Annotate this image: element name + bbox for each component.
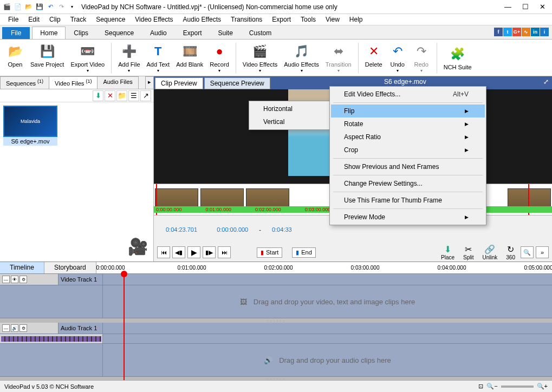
clip-thumbnail[interactable]: Malavida S6 edge+.mov [3,106,57,146]
edit-video-effects-item[interactable]: Edit Video Effects...Alt+V [331,88,485,101]
video-track-label[interactable]: Video Track 1 [59,274,103,285]
menu-transitions[interactable]: Transitions [226,15,267,24]
save-icon[interactable]: 💾 [35,2,44,12]
menu-export[interactable]: Export [267,15,296,24]
facebook-icon[interactable]: f [494,28,503,36]
step-fwd-button[interactable]: ▮▶ [203,246,216,258]
split-button[interactable]: ✂Split [460,243,477,262]
open-icon[interactable]: 📂 [24,2,34,12]
redo-button[interactable]: ↷Redo▾ [410,42,433,74]
add-file-button[interactable]: ➕Add File▾ [115,42,143,74]
undo-button[interactable]: ↶Undo▾ [386,42,410,74]
track-lock-icon[interactable]: — [2,276,10,283]
set-end-button[interactable]: ▮End [292,247,316,258]
track-fx-icon[interactable]: ⚙ [20,276,27,283]
ribbon-tab-clips[interactable]: Clips [66,27,96,39]
bin-add-icon[interactable]: ⬇ [93,90,103,101]
zoom-in-icon[interactable]: 🔍 [521,246,534,258]
twitter-icon[interactable]: t [503,28,512,36]
step-back-button[interactable]: ◀▮ [172,246,185,258]
timeline-tab[interactable]: Timeline [0,262,44,273]
ribbon-tab-home[interactable]: Home [32,27,66,39]
ribbon-tab-export[interactable]: Export [175,27,210,39]
flip-item[interactable]: Flip▶ [331,104,485,117]
storyboard-tab[interactable]: Storyboard [44,262,96,273]
aspect-ratio-item[interactable]: Aspect Ratio▶ [331,130,485,143]
bin-tabs-scroll[interactable]: ▸ [145,76,154,89]
zoom-slider[interactable] [501,386,534,388]
goto-start-button[interactable]: ⏮ [157,246,170,258]
more-button[interactable]: » [536,246,549,258]
flip-horizontal-item[interactable]: Horizontal [250,102,328,115]
ribbon-tab-suite[interactable]: Suite [210,27,241,39]
preview-mode-item[interactable]: Preview Mode▶ [331,211,485,224]
add-blank-button[interactable]: 🎞️Add Blank [173,42,206,69]
bin-listview-icon[interactable]: ☰ [128,90,139,101]
track-solo-icon[interactable]: ⚙ [20,324,27,332]
close-button[interactable]: ✕ [540,3,545,11]
timeline-ruler[interactable]: 0:00:00.000 0:01:00.000 0:02:00.000 0:03… [96,262,552,273]
linkedin-icon[interactable]: in [531,28,540,36]
record-button[interactable]: ●Record▾ [206,42,232,74]
ribbon-tab-custom[interactable]: Custom [241,27,280,39]
minimize-button[interactable]: — [504,3,511,11]
redo-icon[interactable]: ↷ [56,2,66,12]
audio-track-body[interactable]: 🔊 Drag and drop your audio clips here [103,344,552,376]
undo-icon[interactable]: ↶ [46,2,55,12]
qat-dropdown-icon[interactable]: ▾ [67,2,77,12]
zoom-in-icon[interactable]: 🔍+ [537,383,548,390]
menu-clip[interactable]: Clip [44,15,66,24]
nch-suite-button[interactable]: 🧩NCH Suite [440,44,475,71]
thumb-frame-item[interactable]: Use This Frame for Thumb Frame [331,194,485,207]
audio-track-label[interactable]: Audio Track 1 [59,323,103,334]
track-lock-icon[interactable]: — [2,324,10,332]
menu-video-effects[interactable]: Video Effects [130,15,178,24]
ribbon-tab-sequence[interactable]: Sequence [96,27,142,39]
rotate-item[interactable]: Rotate▶ [331,117,485,130]
place-button[interactable]: ⬇Place [438,243,458,262]
share-icon[interactable]: ∿ [522,28,530,36]
preview-popout-icon[interactable]: ⤢ [540,76,552,89]
menu-track[interactable]: Track [66,15,92,24]
clip-preview-tab[interactable]: Clip Preview [155,77,203,89]
menu-sequence[interactable]: Sequence [91,15,130,24]
bin-tab-audio-files[interactable]: Audio Files [97,76,138,89]
show-frames-item[interactable]: Show Previous and Next Frames [331,160,485,173]
info-icon[interactable]: i [540,28,549,36]
bin-delete-icon[interactable]: ✕ [105,90,115,101]
360-button[interactable]: ↻360 [503,243,518,262]
menu-tools[interactable]: Tools [296,15,321,24]
zoom-out-icon[interactable]: 🔍− [486,383,497,390]
menu-view[interactable]: View [321,15,345,24]
open-button[interactable]: 📂Open [3,42,27,69]
add-text-button[interactable]: TAdd Text▾ [144,42,173,74]
sequence-preview-tab[interactable]: Sequence Preview [204,77,270,89]
menu-help[interactable]: Help [345,15,368,24]
bin-tab-video-files[interactable]: Video Files (1) [49,76,98,89]
audio-effects-button[interactable]: 🎵Audio Effects▾ [281,42,322,74]
bin-options-icon[interactable]: ↗ [140,90,151,101]
transition-button[interactable]: ⬌Transition▾ [322,42,355,74]
video-effects-button[interactable]: 🎬Video Effects▾ [239,42,281,74]
track-visible-icon[interactable]: 👁 [11,276,18,283]
change-preview-item[interactable]: Change Preview Settings... [331,177,485,190]
googleplus-icon[interactable]: G+ [512,28,521,36]
ribbon-tab-audio[interactable]: Audio [142,27,175,39]
flip-vertical-item[interactable]: Vertical [250,115,328,128]
bin-tab-sequences[interactable]: Sequences (1) [0,76,49,89]
delete-button[interactable]: ✕Delete [362,42,386,69]
export-video-button[interactable]: 📼Export Video▾ [67,42,108,74]
unlink-button[interactable]: 🔗Unlink [479,243,501,262]
maximize-button[interactable]: ☐ [522,3,529,11]
track-mute-icon[interactable]: 🔊 [11,324,18,332]
set-start-button[interactable]: ▮Start [257,247,282,258]
play-button[interactable]: ▶ [187,246,200,258]
track-divider[interactable]: : : : : : : [0,318,552,323]
menu-audio-effects[interactable]: Audio Effects [178,15,226,24]
bin-newfolder-icon[interactable]: 📁 [116,90,127,101]
crop-item[interactable]: Crop▶ [331,143,485,156]
goto-end-button[interactable]: ⏭ [218,246,231,258]
video-track-body[interactable]: 🖼 Drag and drop your video, text and ima… [103,285,552,318]
zoom-fit-icon[interactable]: ⊡ [478,383,483,390]
menu-edit[interactable]: Edit [23,15,44,24]
